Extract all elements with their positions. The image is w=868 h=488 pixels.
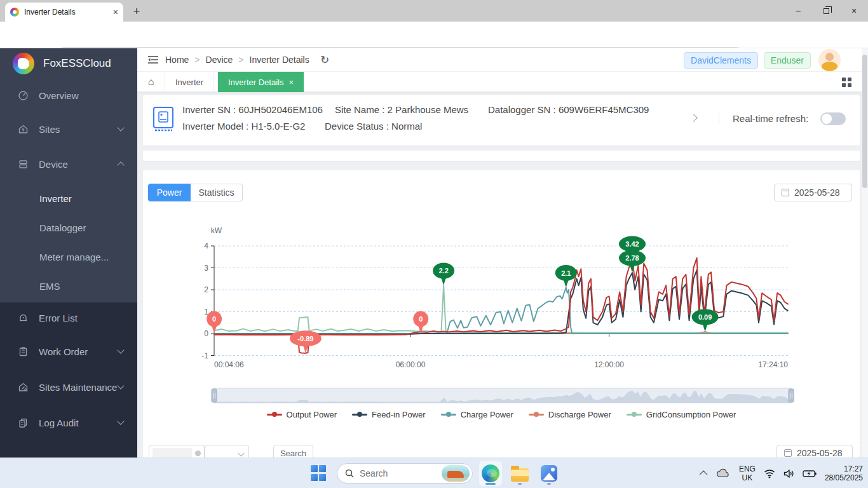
- tab-label: Inverter: [175, 78, 203, 87]
- sidebar-item-error-list[interactable]: Error List: [0, 309, 137, 327]
- maintenance-icon: [18, 382, 29, 393]
- sidebar-item-label: Overview: [39, 90, 79, 101]
- legend-item-output-power[interactable]: Output Power: [267, 410, 337, 419]
- breadcrumb-separator: >: [194, 55, 200, 65]
- svg-text:06:00:00: 06:00:00: [396, 360, 426, 369]
- menu-collapse-icon[interactable]: [147, 55, 159, 65]
- tab-power[interactable]: Power: [148, 184, 191, 201]
- breadcrumb-current: Inverter Details: [250, 55, 309, 65]
- close-button[interactable]: ×: [840, 0, 868, 22]
- tab-inverter[interactable]: Inverter: [165, 72, 214, 92]
- battery-charging-icon[interactable]: [803, 470, 817, 478]
- clock[interactable]: 17:27 28/05/2025: [825, 464, 863, 482]
- volume-icon[interactable]: [783, 469, 794, 478]
- sidebar-item-datalogger[interactable]: Datalogger: [0, 219, 137, 236]
- sidebar: FoxESSCloud Overview Sites Device Invert…: [0, 48, 137, 458]
- language-line1: ENG: [739, 464, 756, 473]
- tab-statistics[interactable]: Statistics: [191, 184, 243, 201]
- chart-card: Power Statistics 2025-05-28 43210-1kW00:…: [143, 170, 860, 443]
- divider: [719, 111, 719, 125]
- legend-label: GridConsumption Power: [646, 410, 736, 419]
- legend-marker: [529, 414, 544, 416]
- sidebar-item-sites-maintenance[interactable]: Sites Maintenance: [0, 378, 137, 396]
- breadcrumb-separator: >: [238, 55, 243, 65]
- page-scrollbar[interactable]: [862, 48, 868, 458]
- svg-text:2.78: 2.78: [625, 254, 639, 262]
- search-highlight-image[interactable]: [442, 465, 470, 482]
- wifi-icon[interactable]: [764, 469, 775, 478]
- new-tab-button[interactable]: +: [130, 5, 144, 18]
- svg-text:3: 3: [204, 264, 208, 273]
- power-chart[interactable]: 43210-1kW00:04:0606:00:0012:00:0017:24:1…: [143, 210, 860, 408]
- svg-text:2.2: 2.2: [438, 267, 448, 274]
- date-picker[interactable]: 2025-05-28: [774, 184, 852, 201]
- start-button[interactable]: [308, 461, 330, 486]
- taskbar-photos[interactable]: [538, 461, 560, 486]
- datalogger-sn: Datalogger SN : 609W6ERF45MC309: [488, 104, 649, 115]
- tab-options-grid-icon[interactable]: [842, 78, 851, 87]
- language-indicator[interactable]: ENG UK: [739, 464, 756, 482]
- sidebar-item-sites[interactable]: Sites: [0, 120, 137, 138]
- sidebar-item-meter-manage[interactable]: Meter manage...: [0, 248, 137, 266]
- taskbar-file-explorer[interactable]: [508, 461, 531, 486]
- sidebar-item-work-order[interactable]: Work Order: [0, 342, 137, 360]
- search-icon: [345, 469, 354, 478]
- restore-icon: [824, 8, 829, 14]
- svg-text:-0.89: -0.89: [297, 335, 313, 342]
- clipboard-icon: [18, 346, 29, 357]
- legend-item-charge-power[interactable]: Charge Power: [441, 410, 513, 419]
- onedrive-cloud-icon[interactable]: [715, 468, 731, 478]
- svg-text:0.09: 0.09: [698, 313, 712, 321]
- username-badge[interactable]: DavidClements: [684, 52, 758, 69]
- svg-text:3.42: 3.42: [625, 240, 639, 248]
- sidebar-item-device[interactable]: Device: [0, 155, 137, 173]
- restore-button[interactable]: [812, 0, 840, 22]
- workspace-tabbar: ⌂ Inverter Inverter Details ×: [137, 72, 862, 92]
- legend-label: Output Power: [287, 410, 337, 419]
- svg-text:2: 2: [204, 285, 208, 294]
- breadcrumb-device[interactable]: Device: [206, 55, 233, 65]
- tab-inverter-details[interactable]: Inverter Details ×: [218, 72, 304, 92]
- windows-logo-icon: [311, 465, 327, 482]
- legend-label: Feed-in Power: [372, 410, 426, 419]
- date-value: 2025-05-28: [794, 187, 840, 198]
- legend-item-discharge-power[interactable]: Discharge Power: [529, 410, 611, 419]
- edge-icon: [482, 464, 499, 482]
- role-badge[interactable]: Enduser: [764, 52, 811, 69]
- legend-item-gridconsumption-power[interactable]: GridConsumption Power: [627, 410, 736, 419]
- svg-text:12:00:00: 12:00:00: [594, 360, 624, 369]
- sidebar-item-overview[interactable]: Overview: [0, 86, 137, 104]
- tab-close-icon[interactable]: ×: [288, 78, 294, 87]
- page-refresh-icon[interactable]: ↻: [320, 53, 329, 67]
- breadcrumb-home[interactable]: Home: [165, 55, 189, 65]
- site-favicon: [10, 8, 19, 17]
- legend-marker: [267, 414, 282, 416]
- sidebar-item-label: Sites Maintenance: [39, 382, 117, 393]
- svg-text:17:24:10: 17:24:10: [758, 360, 788, 369]
- svg-text:2.1: 2.1: [561, 269, 571, 277]
- app-header: Home > Device > Inverter Details ↻ David…: [137, 48, 862, 72]
- sidebar-item-inverter[interactable]: Inverter: [0, 189, 137, 207]
- user-avatar[interactable]: [818, 49, 841, 71]
- clear-icon[interactable]: [195, 451, 201, 456]
- taskbar-edge[interactable]: [479, 461, 502, 486]
- minimize-button[interactable]: −: [784, 0, 812, 22]
- browser-tabstrip: Inverter Details × + − ×: [0, 0, 868, 22]
- chevron-down-icon: [117, 346, 124, 353]
- taskbar-search[interactable]: [337, 463, 473, 484]
- legend-item-feed-in-power[interactable]: Feed-in Power: [352, 410, 426, 419]
- photos-icon: [541, 465, 557, 482]
- search-input[interactable]: [360, 468, 436, 478]
- power-chart-svg[interactable]: 43210-1kW00:04:0606:00:0012:00:0017:24:1…: [143, 210, 860, 408]
- tab-close-icon[interactable]: ×: [113, 7, 118, 17]
- chevron-down-icon: [117, 417, 124, 424]
- browser-tab[interactable]: Inverter Details ×: [5, 3, 123, 22]
- workspace-home-icon[interactable]: ⌂: [137, 72, 165, 92]
- scrollbar-thumb[interactable]: [862, 55, 867, 188]
- site-name: Site Name : 2 Parkhouse Mews: [335, 104, 468, 115]
- realtime-refresh-toggle[interactable]: [820, 112, 846, 125]
- sidebar-item-log-audit[interactable]: Log Audit: [0, 414, 137, 431]
- hidden-icons-chevron[interactable]: [700, 470, 708, 478]
- expand-chevron-icon[interactable]: [689, 114, 698, 122]
- sidebar-item-ems[interactable]: EMS: [0, 277, 137, 295]
